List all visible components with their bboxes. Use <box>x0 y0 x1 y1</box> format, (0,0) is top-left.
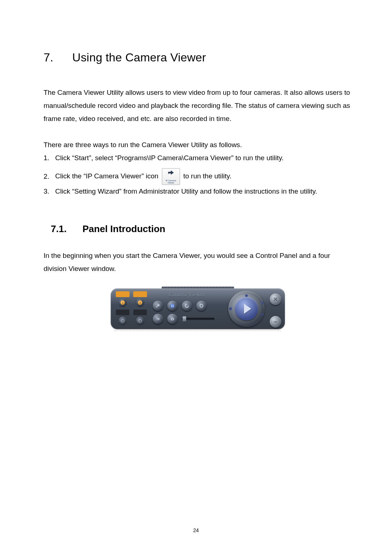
svg-rect-3 <box>171 306 172 307</box>
control-panel-figure: 1 2 3 4 <box>111 288 285 329</box>
power-button[interactable] <box>196 301 207 311</box>
panel-button-row-bottom <box>153 314 215 324</box>
ways-list: There are three ways to run the Camera V… <box>44 138 352 198</box>
camera-thumb[interactable] <box>116 309 130 315</box>
list-number: 1. <box>44 151 55 165</box>
skip-back-icon <box>156 317 160 321</box>
minimize-icon <box>273 319 278 324</box>
stop-button[interactable] <box>228 306 233 312</box>
fast-forward-icon <box>260 312 265 317</box>
rotate-button[interactable] <box>182 301 192 311</box>
panel-side-buttons <box>270 293 281 328</box>
list-text-post: to run the utility. <box>183 172 232 180</box>
camera-number-badge: 4 <box>138 319 142 323</box>
list-number: 3. <box>44 185 55 198</box>
chapter-heading: 7. Using the Camera Viewer <box>44 51 352 64</box>
seek-slider[interactable] <box>182 318 215 320</box>
svg-rect-2 <box>173 305 174 306</box>
page-number: 24 <box>0 527 392 533</box>
camera-thumb[interactable] <box>133 291 147 297</box>
camera-cell-3: 3 <box>116 311 130 324</box>
list-item: 3. Click “Setting Wizard” from Administr… <box>44 185 352 198</box>
desktop-icon-caption: IP Camera Viewer <box>162 179 180 184</box>
camera-thumb[interactable] <box>116 291 130 297</box>
camera-select-3[interactable]: 3 <box>119 317 127 325</box>
list-number: 2. <box>44 170 55 183</box>
playback-dial <box>228 291 265 327</box>
list-item: 2. Click the “IP Camera Viewer” icon IP … <box>44 168 352 185</box>
svg-point-7 <box>172 319 173 320</box>
camera-icon <box>170 317 175 321</box>
list-text: Click the “IP Camera Viewer” icon IP Cam… <box>55 168 352 185</box>
svg-rect-10 <box>261 301 262 304</box>
panel-button-row-top <box>153 301 207 311</box>
svg-point-0 <box>170 304 175 308</box>
wrench-icon <box>155 303 160 308</box>
list-item: 1. Click “Start”, select “Programs\IP Ca… <box>44 151 352 165</box>
svg-rect-12 <box>229 308 232 310</box>
svg-rect-11 <box>263 301 264 304</box>
section-heading: 7.1. Panel Introduction <box>44 223 352 235</box>
list-text-pre: Click the “IP Camera Viewer” icon <box>55 172 158 180</box>
close-icon <box>273 297 278 302</box>
svg-point-9 <box>245 295 248 297</box>
camera-thumb[interactable] <box>133 309 147 315</box>
pause-icon <box>260 301 265 305</box>
settings-button[interactable] <box>153 301 163 311</box>
control-panel: 1 2 3 4 <box>111 288 285 329</box>
section-title: Panel Introduction <box>82 223 165 234</box>
play-button[interactable] <box>235 297 258 320</box>
pause-button[interactable] <box>260 300 265 306</box>
chapter-number: 7. <box>44 51 69 64</box>
camera-select-2[interactable]: 2 <box>136 299 144 307</box>
play-icon <box>244 304 251 314</box>
close-button[interactable] <box>270 293 281 305</box>
grid-icon <box>170 303 175 308</box>
svg-rect-8 <box>172 318 173 319</box>
camera-number-badge: 2 <box>138 300 142 305</box>
camera-arrow-icon <box>167 169 175 177</box>
ways-intro: There are three ways to run the Camera V… <box>44 138 352 151</box>
snapshot-button[interactable] <box>167 314 177 324</box>
list-text: Click “Setting Wizard” from Administrato… <box>55 185 352 198</box>
svg-rect-4 <box>173 306 174 307</box>
camera-number-badge: 3 <box>121 319 125 323</box>
section-paragraph: In the beginning when you start the Came… <box>44 249 352 275</box>
rotate-icon <box>184 303 190 309</box>
ip-camera-viewer-desktop-icon: IP Camera Viewer <box>162 168 180 185</box>
camera-select-4[interactable]: 4 <box>136 317 144 325</box>
list-text: Click “Start”, select “Programs\IP Camer… <box>55 151 352 165</box>
fast-forward-button[interactable] <box>260 312 265 317</box>
section-number: 7.1. <box>51 223 80 235</box>
seek-slider-thumb[interactable] <box>183 316 186 321</box>
svg-rect-13 <box>274 321 277 322</box>
camera-cell-2: 2 <box>133 293 147 306</box>
panel-bottom-divider <box>114 330 281 331</box>
chapter-title: Using the Camera Viewer <box>72 51 206 64</box>
view-grid-button[interactable] <box>167 301 177 311</box>
document-page: 7. Using the Camera Viewer The Camera Vi… <box>0 0 392 555</box>
camera-cell-1: 1 <box>116 293 130 306</box>
svg-rect-1 <box>171 305 172 306</box>
stop-icon <box>228 307 233 311</box>
camera-cell-4: 4 <box>133 311 147 324</box>
camera-grid: 1 2 3 4 <box>116 293 147 324</box>
camera-number-badge: 1 <box>121 300 125 305</box>
svg-point-5 <box>200 304 203 307</box>
minimize-button[interactable] <box>270 316 281 328</box>
panel-title: Camera Viewer <box>169 292 205 298</box>
skip-back-button[interactable] <box>153 314 163 324</box>
camera-select-1[interactable]: 1 <box>119 299 127 307</box>
intro-paragraph: The Camera Viewer Utility allows users t… <box>44 86 352 125</box>
circle-icon <box>199 303 204 308</box>
